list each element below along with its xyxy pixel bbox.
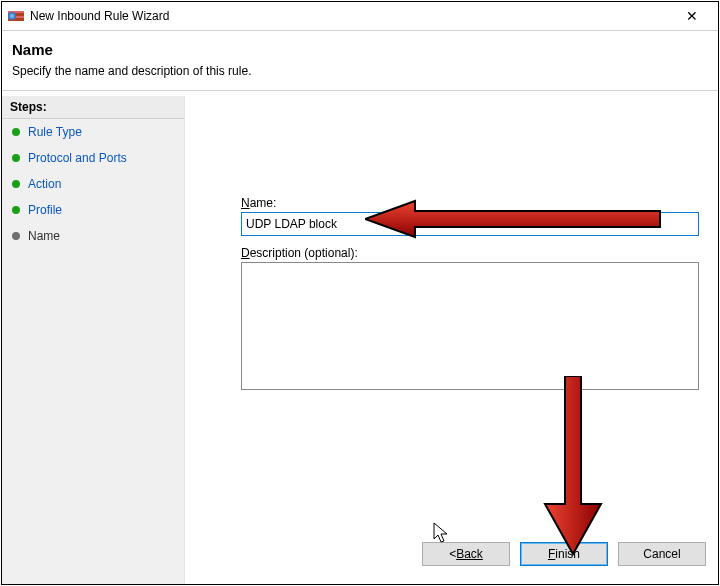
back-button[interactable]: < Back xyxy=(422,542,510,566)
step-label: Profile xyxy=(28,203,62,217)
wizard-main: Name: Description (optional): < Back Fin… xyxy=(185,96,718,584)
svg-marker-7 xyxy=(434,523,447,542)
wizard-header: Name Specify the name and description of… xyxy=(2,31,718,91)
step-rule-type[interactable]: Rule Type xyxy=(2,119,184,145)
step-bullet-icon xyxy=(12,232,20,240)
wizard-window: New Inbound Rule Wizard ✕ Name Specify t… xyxy=(1,1,719,585)
description-label: Description (optional): xyxy=(241,246,358,260)
window-title: New Inbound Rule Wizard xyxy=(30,9,672,23)
svg-point-4 xyxy=(10,14,15,19)
page-subtitle: Specify the name and description of this… xyxy=(12,64,708,78)
step-label: Name xyxy=(28,229,60,243)
step-label: Protocol and Ports xyxy=(28,151,127,165)
name-input[interactable] xyxy=(241,212,699,236)
step-label: Action xyxy=(28,177,61,191)
step-action[interactable]: Action xyxy=(2,171,184,197)
step-bullet-icon xyxy=(12,128,20,136)
annotation-arrow-finish xyxy=(543,376,603,556)
step-profile[interactable]: Profile xyxy=(2,197,184,223)
step-protocol-and-ports[interactable]: Protocol and Ports xyxy=(2,145,184,171)
step-bullet-icon xyxy=(12,154,20,162)
description-input[interactable] xyxy=(241,262,699,390)
wizard-buttons: < Back Finish Cancel xyxy=(422,542,706,566)
step-bullet-icon xyxy=(12,180,20,188)
steps-sidebar: Steps: Rule Type Protocol and Ports Acti… xyxy=(2,96,185,584)
page-title: Name xyxy=(12,41,708,58)
step-bullet-icon xyxy=(12,206,20,214)
step-name: Name xyxy=(2,223,184,249)
svg-marker-6 xyxy=(545,376,601,554)
name-label: Name: xyxy=(241,196,276,210)
close-button[interactable]: ✕ xyxy=(672,2,712,30)
finish-button[interactable]: Finish xyxy=(520,542,608,566)
title-bar: New Inbound Rule Wizard ✕ xyxy=(2,2,718,31)
steps-heading: Steps: xyxy=(2,96,184,119)
cancel-button[interactable]: Cancel xyxy=(618,542,706,566)
step-label: Rule Type xyxy=(28,125,82,139)
close-icon: ✕ xyxy=(686,8,698,24)
firewall-icon xyxy=(8,8,24,24)
